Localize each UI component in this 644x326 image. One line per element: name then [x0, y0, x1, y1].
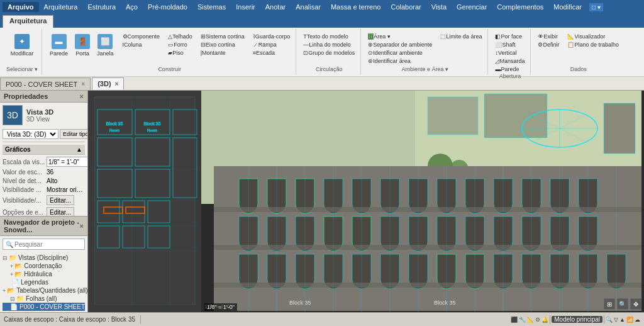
properties-panel-close[interactable]: ×	[80, 93, 84, 100]
ribbon-group-small-dados: 👁 Exibir ⚙ Definir	[536, 33, 561, 48]
menu-gerenciar[interactable]: Gerenciar	[452, 2, 492, 12]
ribbon-btn-exibir[interactable]: 👁 Exibir	[536, 33, 561, 40]
tree-item-vistas[interactable]: ⊟ 📁 Vistas (Discipline)	[3, 254, 85, 262]
status-cloud-icon[interactable]: ☁	[635, 317, 640, 323]
nav-cube[interactable]: ⊞	[604, 298, 615, 310]
tree-item-coordenacao[interactable]: + 📂 Coordenação	[3, 262, 85, 270]
ribbon-group-small-modelo: T Texto do modelo — Linha do modelo ⊡ Gr…	[301, 33, 357, 57]
menu-complementos[interactable]: Complementos	[492, 2, 548, 12]
ribbon-btn-limite-area[interactable]: ⬚ Limite da área	[438, 33, 484, 40]
ribbon-btn-escada[interactable]: ≡ Escada	[251, 49, 292, 57]
menu-analisar[interactable]: Analisar	[291, 2, 326, 12]
nav-search-input[interactable]	[14, 241, 82, 248]
status-triangle-1[interactable]: ▽	[614, 317, 618, 323]
menu-colaborar[interactable]: Colaborar	[386, 2, 426, 12]
ribbon-btn-texto-modelo[interactable]: T Texto do modelo	[301, 33, 357, 40]
menu-aco[interactable]: Aço	[121, 2, 143, 12]
menu-premoldado[interactable]: Pré-moldado	[143, 2, 192, 12]
ribbon-btn-piso[interactable]: ▰ Piso	[166, 49, 194, 57]
ribbon-btn-componente[interactable]: ⚙ Componente	[121, 33, 162, 40]
svg-rect-31	[484, 94, 547, 138]
tab-3d-close[interactable]: ×	[115, 81, 119, 87]
status-sep-3	[604, 315, 604, 324]
menu-modificar[interactable]: Modificar	[548, 2, 587, 12]
tab-3d[interactable]: (3D) ×	[92, 77, 124, 90]
status-network-icon[interactable]: 📶	[626, 317, 633, 323]
section-graficos-arrow[interactable]: ▲	[76, 146, 82, 153]
vista3d-select[interactable]: Vista 3D: (3D)	[3, 129, 58, 139]
ribbon-btn-coluna[interactable]: I Coluna	[121, 41, 162, 48]
status-triangle-2[interactable]: ▲	[619, 317, 625, 323]
ribbon-btn-rampa[interactable]: ⟋ Rampa	[251, 41, 292, 48]
tree-toggle-hidraulica[interactable]: +	[10, 271, 13, 278]
status-icon-5[interactable]: 🔔	[541, 317, 548, 323]
prop-btn-editar2[interactable]: Editar...	[47, 207, 74, 216]
pan-btn[interactable]: ✥	[630, 298, 641, 310]
ribbon-btn-visualizador[interactable]: 📐 Visualizador	[565, 33, 621, 40]
tab-cover-sheet-close[interactable]: ×	[81, 81, 85, 87]
ribbon-btn-janela-label: Janela	[97, 50, 114, 57]
zoom-btn[interactable]: 🔍	[617, 298, 628, 310]
ribbon-btn-mansarda[interactable]: ◿ Mansarda	[493, 57, 526, 65]
tree-toggle-tabelas[interactable]: +	[3, 288, 6, 294]
ribbon-btn-guarda-corpo[interactable]: ⌇ Guarda-corpo	[251, 33, 292, 40]
tree-item-tabelas[interactable]: + 📂 Tabelas/Quantidades (all)	[3, 286, 85, 295]
ribbon-btn-definir[interactable]: ⚙ Definir	[536, 41, 561, 48]
prop-btn-editar1[interactable]: Editar...	[47, 195, 74, 205]
menu-sistemas[interactable]: Sistemas	[192, 2, 231, 12]
menu-arquitetura[interactable]: Arquitetura	[39, 2, 83, 12]
tree-item-folhas[interactable]: ⊟ 📁 Folhas (all)	[3, 295, 85, 303]
tab-cover-sheet[interactable]: P000 - COVER SHEET ×	[0, 77, 91, 90]
ribbon-btn-porta[interactable]: 🚪 Porta	[72, 33, 92, 58]
tree-item-hidraulica[interactable]: + 📂 Hidráulica	[3, 270, 85, 278]
ribbon-btn-parede-ab[interactable]: ▬ Parede	[493, 65, 526, 73]
properties-panel-title: Propriedades	[4, 93, 48, 100]
menu-estrutura[interactable]: Estrutura	[82, 2, 121, 12]
status-zoom-icon[interactable]: 🔍	[606, 317, 613, 323]
ribbon-btn-janela[interactable]: ⬜ Janela	[94, 33, 116, 58]
tree-toggle-coordenacao[interactable]: +	[10, 263, 13, 269]
menu-massa[interactable]: Massa e terreno	[326, 2, 386, 12]
status-icon-1[interactable]: ⬛	[511, 317, 518, 323]
menu-arquivo[interactable]: Arquivo	[3, 2, 39, 12]
status-icon-4[interactable]: ⚙	[535, 317, 540, 323]
tree-item-p000[interactable]: 📄 P000 - COVER SHEET	[3, 303, 85, 311]
ribbon-btn-linha-modelo[interactable]: — Linha do modelo	[301, 41, 357, 48]
prop-row-visibilidade: Visibilidade ... Mostrar origi...	[3, 186, 85, 193]
ribbon-btn-grupo-modelos[interactable]: ⊡ Grupo de modelos	[301, 49, 357, 57]
ribbon-btn-separador-ambiente[interactable]: ⊕ Separador de ambiente	[366, 41, 434, 48]
ribbon-btn-eixo-cortina[interactable]: ⊟ Eixo cortina	[199, 41, 247, 48]
status-icon-3[interactable]: 📐	[527, 317, 534, 323]
edit-type-btn[interactable]: Editar tipo	[60, 129, 87, 139]
tree-toggle-vistas[interactable]: ⊟	[3, 255, 8, 261]
ribbon-btn-por-face[interactable]: ◧ Por face	[493, 33, 526, 40]
menu-inserir[interactable]: Inserir	[231, 2, 260, 12]
ribbon-btn-identificar-area[interactable]: ⊛ Identificar área	[366, 57, 434, 65]
nav-panel: Navegador de projeto - Snowd... × 🔍 ⊟ 📁 …	[0, 216, 88, 312]
ribbon-btn-telhado[interactable]: △ Telhado	[166, 33, 194, 40]
ribbon-btn-identificar-ambiente[interactable]: ⊙ Identificar ambiente	[366, 49, 434, 57]
ribbon-btn-vertical[interactable]: ↕ Vertical	[493, 49, 526, 57]
menu-anotar[interactable]: Anotar	[260, 2, 291, 12]
ribbon-tab-arquitetura[interactable]: Arquitetura	[3, 15, 53, 28]
menu-vista[interactable]: Vista	[426, 2, 452, 12]
sistema-cortina-icon: ⊞	[201, 33, 206, 40]
tree-toggle-folhas[interactable]: ⊟	[10, 296, 15, 302]
ribbon-btn-limite-label: Limite da área	[446, 33, 482, 40]
ribbon-btn-parede[interactable]: ▬ Parede	[47, 33, 70, 58]
viewport[interactable]: Block 35 Room Block 35 Room	[88, 91, 644, 312]
tree-item-p001[interactable]: 📄 P001 - Learn about this pr...	[3, 311, 85, 312]
prop-input-escala[interactable]	[47, 157, 87, 167]
status-icon-2[interactable]: 🔧	[519, 317, 526, 323]
ribbon-btn-montante[interactable]: | Montante	[199, 49, 247, 57]
ribbon-btn-area[interactable]: ◫ Área ▾	[366, 33, 434, 40]
tree-item-legendas[interactable]: 📄 Legendas	[3, 278, 85, 286]
ribbon-btn-plano-trabalho[interactable]: 📋 Plano de trabalho	[565, 41, 621, 48]
ribbon-btn-sistema-cortina[interactable]: ⊞ Sistema cortina	[199, 33, 247, 40]
mansarda-icon: ◿	[495, 58, 499, 64]
ribbon-btn-shaft[interactable]: ⬜ Shaft	[493, 41, 526, 48]
ribbon-btn-piso-label: Piso	[172, 50, 184, 56]
ribbon-btn-forro[interactable]: ▭ Forro	[166, 41, 194, 48]
ribbon-btn-modificar[interactable]: ✦ Modificar	[8, 33, 36, 58]
nav-panel-close[interactable]: ×	[80, 222, 84, 230]
